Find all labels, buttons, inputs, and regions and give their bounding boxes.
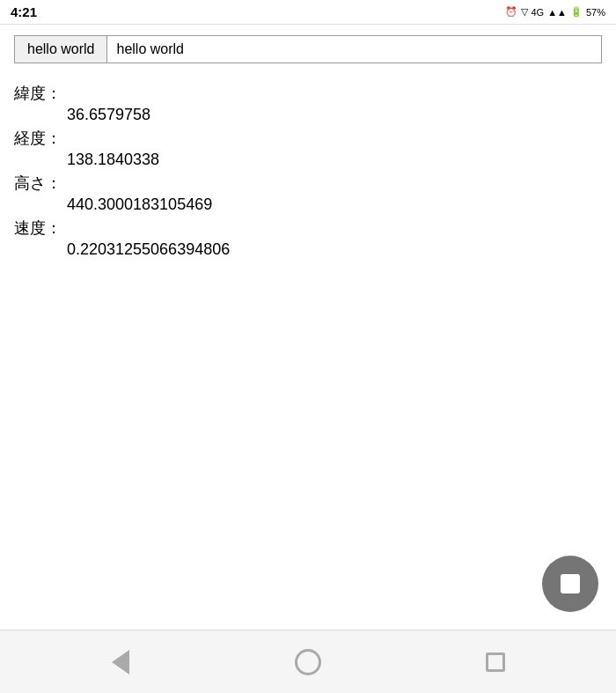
battery-icon: 🔋 (570, 6, 583, 18)
speed-value: 0.22031255066394806 (14, 240, 602, 259)
wifi-icon: ▲▲ (547, 7, 567, 18)
nav-bar (0, 630, 616, 693)
status-time: 4:21 (11, 4, 37, 19)
speed-row: 速度： 0.22031255066394806 (14, 217, 602, 259)
main-content: hello world 緯度： 36.6579758 経度： 138.18403… (0, 25, 616, 630)
status-icons: ⏰ ▽ 4G ▲▲ 🔋 57% (505, 6, 606, 18)
data-section: 緯度： 36.6579758 経度： 138.1840338 高さ： 440.3… (14, 81, 602, 264)
latitude-value: 36.6579758 (14, 106, 602, 124)
latitude-label: 緯度： (14, 83, 602, 104)
back-icon (112, 650, 129, 675)
nav-home-button[interactable] (289, 643, 327, 682)
top-bar: hello world (14, 35, 602, 63)
status-bar: 4:21 ⏰ ▽ 4G ▲▲ 🔋 57% (0, 0, 616, 25)
signal-icon: ▽ (521, 6, 528, 18)
hello-world-input[interactable] (107, 35, 602, 63)
recent-icon (486, 652, 505, 672)
altitude-label: 高さ： (14, 173, 602, 194)
alarm-icon: ⏰ (505, 6, 517, 18)
network-icon: 4G (532, 7, 545, 18)
longitude-row: 経度： 138.1840338 (14, 128, 602, 169)
home-icon (295, 649, 321, 675)
fab-stop-button[interactable] (542, 556, 598, 612)
speed-label: 速度： (14, 217, 602, 239)
latitude-row: 緯度： 36.6579758 (14, 83, 602, 124)
battery-percent: 57% (586, 7, 605, 18)
longitude-value: 138.1840338 (14, 151, 602, 169)
longitude-label: 経度： (14, 128, 602, 149)
nav-back-button[interactable] (101, 643, 140, 682)
hello-world-button[interactable]: hello world (14, 35, 107, 63)
altitude-row: 高さ： 440.3000183105469 (14, 173, 602, 214)
altitude-value: 440.3000183105469 (14, 195, 602, 214)
nav-recent-button[interactable] (476, 643, 515, 682)
stop-icon (561, 574, 580, 593)
